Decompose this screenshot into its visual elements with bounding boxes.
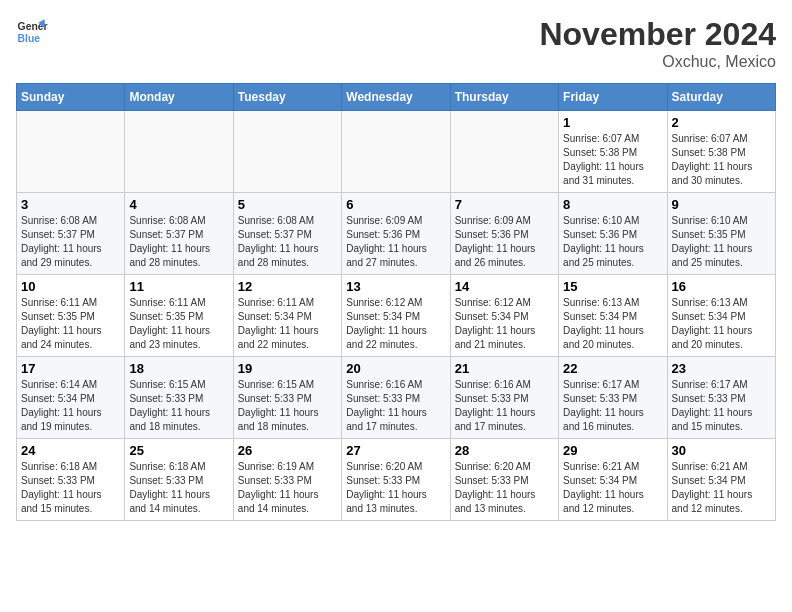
page-header: General Blue November 2024 Oxchuc, Mexic…	[16, 16, 776, 71]
calendar-day-header: Wednesday	[342, 84, 450, 111]
day-number: 6	[346, 197, 445, 212]
day-number: 5	[238, 197, 337, 212]
day-info: Sunrise: 6:19 AM Sunset: 5:33 PM Dayligh…	[238, 460, 337, 516]
calendar-cell: 25Sunrise: 6:18 AM Sunset: 5:33 PM Dayli…	[125, 439, 233, 521]
day-info: Sunrise: 6:09 AM Sunset: 5:36 PM Dayligh…	[455, 214, 554, 270]
day-number: 25	[129, 443, 228, 458]
day-info: Sunrise: 6:17 AM Sunset: 5:33 PM Dayligh…	[563, 378, 662, 434]
calendar-cell: 15Sunrise: 6:13 AM Sunset: 5:34 PM Dayli…	[559, 275, 667, 357]
day-number: 23	[672, 361, 771, 376]
day-info: Sunrise: 6:10 AM Sunset: 5:36 PM Dayligh…	[563, 214, 662, 270]
title-area: November 2024 Oxchuc, Mexico	[539, 16, 776, 71]
calendar-cell: 10Sunrise: 6:11 AM Sunset: 5:35 PM Dayli…	[17, 275, 125, 357]
logo-icon: General Blue	[16, 16, 48, 48]
day-number: 21	[455, 361, 554, 376]
day-number: 2	[672, 115, 771, 130]
calendar-header-row: SundayMondayTuesdayWednesdayThursdayFrid…	[17, 84, 776, 111]
day-number: 9	[672, 197, 771, 212]
calendar-cell: 16Sunrise: 6:13 AM Sunset: 5:34 PM Dayli…	[667, 275, 775, 357]
day-number: 11	[129, 279, 228, 294]
calendar-cell: 8Sunrise: 6:10 AM Sunset: 5:36 PM Daylig…	[559, 193, 667, 275]
calendar-cell: 1Sunrise: 6:07 AM Sunset: 5:38 PM Daylig…	[559, 111, 667, 193]
calendar-cell: 14Sunrise: 6:12 AM Sunset: 5:34 PM Dayli…	[450, 275, 558, 357]
calendar-cell: 27Sunrise: 6:20 AM Sunset: 5:33 PM Dayli…	[342, 439, 450, 521]
day-number: 28	[455, 443, 554, 458]
calendar-cell: 12Sunrise: 6:11 AM Sunset: 5:34 PM Dayli…	[233, 275, 341, 357]
calendar-cell: 26Sunrise: 6:19 AM Sunset: 5:33 PM Dayli…	[233, 439, 341, 521]
day-info: Sunrise: 6:11 AM Sunset: 5:35 PM Dayligh…	[21, 296, 120, 352]
day-number: 29	[563, 443, 662, 458]
day-number: 22	[563, 361, 662, 376]
calendar-week-row: 17Sunrise: 6:14 AM Sunset: 5:34 PM Dayli…	[17, 357, 776, 439]
calendar-cell: 23Sunrise: 6:17 AM Sunset: 5:33 PM Dayli…	[667, 357, 775, 439]
calendar-cell	[342, 111, 450, 193]
day-info: Sunrise: 6:16 AM Sunset: 5:33 PM Dayligh…	[346, 378, 445, 434]
day-number: 19	[238, 361, 337, 376]
day-info: Sunrise: 6:15 AM Sunset: 5:33 PM Dayligh…	[238, 378, 337, 434]
day-number: 12	[238, 279, 337, 294]
day-info: Sunrise: 6:13 AM Sunset: 5:34 PM Dayligh…	[563, 296, 662, 352]
day-number: 27	[346, 443, 445, 458]
calendar-cell: 7Sunrise: 6:09 AM Sunset: 5:36 PM Daylig…	[450, 193, 558, 275]
day-info: Sunrise: 6:11 AM Sunset: 5:35 PM Dayligh…	[129, 296, 228, 352]
calendar-day-header: Monday	[125, 84, 233, 111]
day-info: Sunrise: 6:20 AM Sunset: 5:33 PM Dayligh…	[455, 460, 554, 516]
calendar-cell: 18Sunrise: 6:15 AM Sunset: 5:33 PM Dayli…	[125, 357, 233, 439]
day-info: Sunrise: 6:21 AM Sunset: 5:34 PM Dayligh…	[672, 460, 771, 516]
day-info: Sunrise: 6:21 AM Sunset: 5:34 PM Dayligh…	[563, 460, 662, 516]
day-number: 3	[21, 197, 120, 212]
calendar-day-header: Tuesday	[233, 84, 341, 111]
day-number: 30	[672, 443, 771, 458]
month-title: November 2024	[539, 16, 776, 53]
day-info: Sunrise: 6:14 AM Sunset: 5:34 PM Dayligh…	[21, 378, 120, 434]
day-number: 16	[672, 279, 771, 294]
calendar-day-header: Sunday	[17, 84, 125, 111]
day-number: 8	[563, 197, 662, 212]
svg-text:Blue: Blue	[18, 33, 41, 44]
calendar-cell: 28Sunrise: 6:20 AM Sunset: 5:33 PM Dayli…	[450, 439, 558, 521]
day-number: 18	[129, 361, 228, 376]
day-info: Sunrise: 6:15 AM Sunset: 5:33 PM Dayligh…	[129, 378, 228, 434]
day-info: Sunrise: 6:18 AM Sunset: 5:33 PM Dayligh…	[129, 460, 228, 516]
day-info: Sunrise: 6:12 AM Sunset: 5:34 PM Dayligh…	[455, 296, 554, 352]
day-info: Sunrise: 6:17 AM Sunset: 5:33 PM Dayligh…	[672, 378, 771, 434]
day-number: 14	[455, 279, 554, 294]
location: Oxchuc, Mexico	[539, 53, 776, 71]
calendar-cell: 24Sunrise: 6:18 AM Sunset: 5:33 PM Dayli…	[17, 439, 125, 521]
day-info: Sunrise: 6:07 AM Sunset: 5:38 PM Dayligh…	[672, 132, 771, 188]
day-number: 26	[238, 443, 337, 458]
calendar-cell: 11Sunrise: 6:11 AM Sunset: 5:35 PM Dayli…	[125, 275, 233, 357]
calendar-cell	[125, 111, 233, 193]
day-number: 15	[563, 279, 662, 294]
calendar-table: SundayMondayTuesdayWednesdayThursdayFrid…	[16, 83, 776, 521]
day-number: 13	[346, 279, 445, 294]
calendar-cell: 9Sunrise: 6:10 AM Sunset: 5:35 PM Daylig…	[667, 193, 775, 275]
calendar-cell: 6Sunrise: 6:09 AM Sunset: 5:36 PM Daylig…	[342, 193, 450, 275]
calendar-cell	[233, 111, 341, 193]
day-info: Sunrise: 6:08 AM Sunset: 5:37 PM Dayligh…	[129, 214, 228, 270]
calendar-cell: 5Sunrise: 6:08 AM Sunset: 5:37 PM Daylig…	[233, 193, 341, 275]
calendar-week-row: 1Sunrise: 6:07 AM Sunset: 5:38 PM Daylig…	[17, 111, 776, 193]
calendar-cell: 20Sunrise: 6:16 AM Sunset: 5:33 PM Dayli…	[342, 357, 450, 439]
calendar-cell: 13Sunrise: 6:12 AM Sunset: 5:34 PM Dayli…	[342, 275, 450, 357]
day-number: 7	[455, 197, 554, 212]
calendar-cell: 29Sunrise: 6:21 AM Sunset: 5:34 PM Dayli…	[559, 439, 667, 521]
day-number: 1	[563, 115, 662, 130]
calendar-cell: 19Sunrise: 6:15 AM Sunset: 5:33 PM Dayli…	[233, 357, 341, 439]
calendar-day-header: Thursday	[450, 84, 558, 111]
calendar-cell: 3Sunrise: 6:08 AM Sunset: 5:37 PM Daylig…	[17, 193, 125, 275]
calendar-cell: 30Sunrise: 6:21 AM Sunset: 5:34 PM Dayli…	[667, 439, 775, 521]
calendar-week-row: 24Sunrise: 6:18 AM Sunset: 5:33 PM Dayli…	[17, 439, 776, 521]
calendar-cell	[17, 111, 125, 193]
day-number: 20	[346, 361, 445, 376]
day-info: Sunrise: 6:18 AM Sunset: 5:33 PM Dayligh…	[21, 460, 120, 516]
day-number: 10	[21, 279, 120, 294]
calendar-cell: 22Sunrise: 6:17 AM Sunset: 5:33 PM Dayli…	[559, 357, 667, 439]
calendar-cell: 2Sunrise: 6:07 AM Sunset: 5:38 PM Daylig…	[667, 111, 775, 193]
calendar-cell	[450, 111, 558, 193]
day-number: 24	[21, 443, 120, 458]
day-info: Sunrise: 6:08 AM Sunset: 5:37 PM Dayligh…	[21, 214, 120, 270]
day-info: Sunrise: 6:12 AM Sunset: 5:34 PM Dayligh…	[346, 296, 445, 352]
day-number: 17	[21, 361, 120, 376]
calendar-cell: 17Sunrise: 6:14 AM Sunset: 5:34 PM Dayli…	[17, 357, 125, 439]
